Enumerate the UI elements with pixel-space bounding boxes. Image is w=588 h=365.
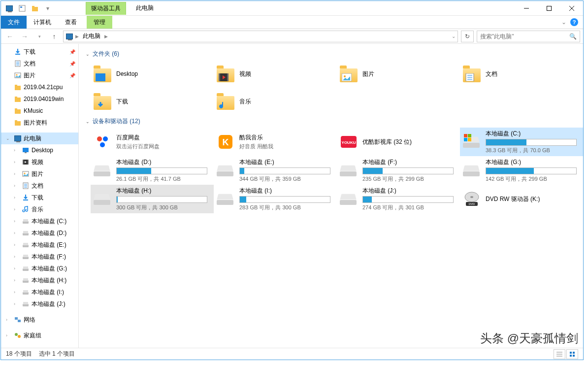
folder-icon — [14, 95, 22, 103]
chevron-down-icon[interactable]: ⌄ — [86, 119, 90, 124]
search-icon[interactable]: 🔍 — [569, 33, 577, 40]
chevron-right-icon[interactable]: › — [14, 148, 20, 153]
maximize-button[interactable] — [538, 1, 560, 16]
drive-item[interactable]: 本地磁盘 (I:)283 GB 可用，共 300 GB — [214, 185, 337, 213]
nav-pc-item[interactable]: ›本地磁盘 (J:) — [1, 298, 78, 310]
search-box[interactable]: 🔍 — [477, 31, 580, 42]
nav-this-pc[interactable]: ⌄ 此电脑 — [1, 133, 78, 144]
nav-quick-item[interactable]: 2019.04.21cpu — [1, 81, 78, 93]
chevron-down-icon[interactable]: ⌄ — [6, 136, 12, 141]
group-devices-header[interactable]: ⌄ 设备和驱动器 (12) — [82, 115, 583, 128]
drive-item[interactable]: 本地磁盘 (E:)344 GB 可用，共 359 GB — [214, 156, 337, 185]
chevron-right-icon[interactable]: › — [14, 171, 20, 176]
chevron-right-icon[interactable]: › — [14, 242, 20, 247]
tab-computer[interactable]: 计算机 — [27, 16, 58, 29]
nav-quick-item[interactable]: 文档📌 — [1, 58, 78, 69]
nav-pc-item[interactable]: ›下载 — [1, 192, 78, 203]
drive-item[interactable]: 本地磁盘 (H:)300 GB 可用，共 300 GB — [91, 185, 214, 213]
chevron-right-icon[interactable]: › — [14, 254, 20, 259]
folder-item[interactable]: 音乐 — [214, 88, 337, 115]
tab-file[interactable]: 文件 — [1, 16, 27, 29]
folder-item[interactable]: 下载 — [91, 88, 214, 115]
nav-pc-item[interactable]: ›本地磁盘 (G:) — [1, 263, 78, 274]
nav-quick-item[interactable]: 2019.04019win — [1, 93, 78, 105]
view-icons-button[interactable] — [566, 349, 578, 359]
chevron-right-icon[interactable]: › — [14, 219, 20, 224]
chevron-right-icon[interactable]: › — [14, 266, 20, 271]
drive-item[interactable]: 本地磁盘 (J:)274 GB 可用，共 301 GB — [337, 185, 460, 213]
app-icon[interactable] — [4, 3, 15, 14]
up-button[interactable]: ↑ — [48, 31, 60, 42]
context-tab[interactable]: 驱动器工具 — [86, 2, 126, 15]
view-details-button[interactable] — [554, 349, 565, 359]
drive-item[interactable]: DVDDVD RW 驱动器 (K:) — [460, 185, 583, 213]
search-input[interactable] — [480, 33, 569, 40]
new-folder-icon[interactable] — [30, 3, 40, 14]
app-item[interactable]: YOUKU优酷影视库 (32 位) — [337, 128, 460, 156]
drive-item[interactable]: 本地磁盘 (C:)38.3 GB 可用，共 70.0 GB — [460, 128, 583, 156]
nav-homegroup[interactable]: › 家庭组 — [1, 330, 78, 341]
tab-manage[interactable]: 管理 — [87, 16, 112, 29]
drive-item[interactable]: 本地磁盘 (D:)26.1 GB 可用，共 41.7 GB — [91, 156, 214, 185]
chevron-right-icon[interactable]: › — [14, 301, 20, 306]
properties-icon[interactable] — [17, 3, 28, 14]
address-bar[interactable]: ▶ 此电脑 ▶ ⌄ — [63, 31, 458, 42]
folder-item[interactable]: 文档 — [460, 60, 583, 88]
chevron-right-icon[interactable]: › — [14, 278, 20, 283]
nav-quick-item[interactable]: KMusic — [1, 105, 78, 117]
chevron-down-icon[interactable]: ⌄ — [86, 52, 90, 57]
nav-pc-item[interactable]: ›本地磁盘 (H:) — [1, 274, 78, 286]
qat-dropdown-icon[interactable]: ▾ — [42, 3, 53, 14]
refresh-button[interactable]: ↻ — [461, 31, 474, 42]
nav-pc-item[interactable]: ›本地磁盘 (F:) — [1, 251, 78, 263]
nav-pc-item[interactable]: ›本地磁盘 (E:) — [1, 239, 78, 251]
minimize-button[interactable] — [515, 1, 538, 16]
address-dropdown-icon[interactable]: ⌄ — [452, 33, 456, 39]
folder-item[interactable]: 图片 — [337, 60, 460, 88]
back-button[interactable]: ← — [4, 31, 16, 42]
breadcrumb-segment[interactable]: 此电脑 — [81, 32, 102, 40]
chevron-right-icon[interactable]: › — [14, 231, 20, 235]
close-button[interactable] — [560, 1, 583, 16]
nav-pc-item[interactable]: ›文档 — [1, 180, 78, 192]
folder-icon — [216, 92, 235, 111]
nav-pc-item[interactable]: ›本地磁盘 (C:) — [1, 215, 78, 227]
chevron-right-icon[interactable]: › — [14, 195, 20, 200]
nav-quick-item[interactable]: 图片资料 — [1, 117, 78, 129]
chevron-right-icon[interactable]: ▶ — [75, 34, 79, 39]
tab-view[interactable]: 查看 — [58, 16, 84, 29]
drive-item[interactable]: 本地磁盘 (F:)235 GB 可用，共 299 GB — [337, 156, 460, 185]
chevron-right-icon[interactable]: › — [14, 183, 20, 188]
drive-icon — [216, 160, 235, 181]
app-item[interactable]: 百度网盘双击运行百度网盘 — [91, 128, 214, 156]
nav-pc-item[interactable]: ›音乐 — [1, 203, 78, 215]
nav-quick-item[interactable]: 图片📌 — [1, 69, 78, 81]
chevron-right-icon[interactable]: › — [14, 207, 20, 212]
chevron-right-icon[interactable]: › — [14, 290, 20, 295]
help-icon[interactable]: ? — [570, 18, 578, 26]
drive-item[interactable]: 本地磁盘 (G:)142 GB 可用，共 299 GB — [460, 156, 583, 185]
drive-info: 274 GB 可用，共 301 GB — [362, 204, 458, 211]
nav-pc-item[interactable]: ›图片 — [1, 168, 78, 180]
nav-quick-item[interactable]: 下载📌 — [1, 46, 78, 58]
drive-icon — [462, 132, 482, 152]
chevron-right-icon[interactable]: › — [6, 317, 12, 322]
folder-icon — [14, 107, 22, 115]
nav-network[interactable]: › 网络 — [1, 314, 78, 326]
ribbon-expand-icon[interactable]: ⌄ — [561, 19, 566, 26]
folder-item[interactable]: Desktop — [91, 60, 214, 88]
recent-dropdown[interactable]: ▾ — [33, 31, 45, 42]
chevron-right-icon[interactable]: ▶ — [104, 34, 108, 39]
nav-pc-item[interactable]: ›视频 — [1, 156, 78, 168]
nav-pc-item[interactable]: ›本地磁盘 (I:) — [1, 286, 78, 298]
forward-button[interactable]: → — [19, 31, 31, 42]
navigation-pane[interactable]: 下载📌文档📌图片📌2019.04.21cpu2019.04019winKMusi… — [1, 44, 79, 348]
nav-pc-item[interactable]: ›Desktop — [1, 144, 78, 156]
group-folders-header[interactable]: ⌄ 文件夹 (6) — [82, 48, 583, 60]
content-pane[interactable]: ⌄ 文件夹 (6) Desktop视频图片文档下载音乐 ⌄ 设备和驱动器 (12… — [79, 44, 583, 348]
chevron-right-icon[interactable]: › — [14, 160, 20, 165]
nav-pc-item[interactable]: ›本地磁盘 (D:) — [1, 227, 78, 239]
folder-item[interactable]: 视频 — [214, 60, 337, 88]
app-item[interactable]: K酷我音乐好音质 用酷我 — [214, 128, 337, 156]
chevron-right-icon[interactable]: › — [6, 333, 12, 338]
